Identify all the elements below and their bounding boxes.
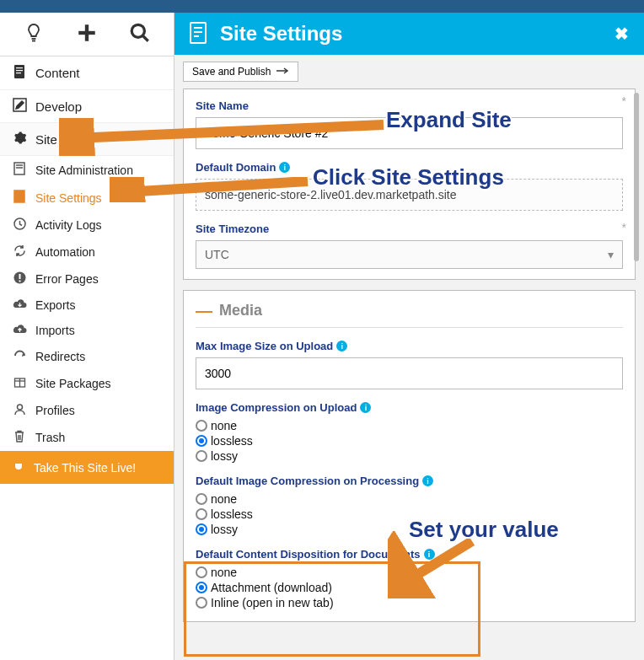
label-text: Default Image Compression on Processing <box>196 475 419 487</box>
radio-icon <box>196 435 207 447</box>
site-timezone-select[interactable]: UTC ▾ <box>196 240 623 269</box>
pencil-box-icon <box>12 98 27 115</box>
radio-label: none <box>211 566 237 579</box>
field-label-max-image-size: Max Image Size on Upload i <box>196 340 623 352</box>
svg-rect-11 <box>14 163 24 174</box>
radio-processing-lossless[interactable]: lossless <box>196 507 623 521</box>
nav-develop[interactable]: Develop <box>0 90 174 123</box>
radio-upload-none[interactable]: none <box>196 419 623 432</box>
radio-label: lossy <box>211 449 238 463</box>
radio-disposition-attachment[interactable]: Attachment (download) <box>196 581 623 594</box>
radio-icon <box>196 582 207 593</box>
radio-icon <box>196 523 207 535</box>
cloud-upload-icon <box>12 324 27 337</box>
radio-disposition-inline[interactable]: Inline (open in new tab) <box>196 596 623 609</box>
required-indicator: * <box>622 221 626 234</box>
svg-point-24 <box>17 405 22 410</box>
close-icon[interactable]: ✖ <box>614 24 629 44</box>
sidebar-item-exports[interactable]: Exports <box>0 292 174 318</box>
field-label-site-name: Site Name <box>196 99 623 112</box>
default-domain-value: some-generic-store-2.live01.dev.marketpa… <box>196 179 623 211</box>
sidebar-item-label: Site Administration <box>35 164 133 177</box>
info-icon[interactable]: i <box>360 402 371 413</box>
radio-icon <box>196 493 207 505</box>
radio-icon <box>196 450 207 462</box>
radio-icon <box>196 420 207 432</box>
info-icon[interactable]: i <box>336 341 347 351</box>
scrollbar[interactable] <box>634 93 639 261</box>
radio-label: none <box>211 419 237 432</box>
media-section-header[interactable]: — Media <box>196 301 623 328</box>
max-image-size-input[interactable] <box>196 357 623 389</box>
panel-header: Site Settings ✖ <box>174 13 644 55</box>
radio-upload-lossy[interactable]: lossy <box>196 449 623 463</box>
app-topbar <box>0 0 644 13</box>
clock-icon <box>12 217 27 233</box>
svg-rect-8 <box>16 70 23 71</box>
profile-icon <box>12 403 27 418</box>
save-button-label: Save and Publish <box>192 66 271 78</box>
radio-label: none <box>211 492 237 506</box>
radio-upload-lossless[interactable]: lossless <box>196 434 623 448</box>
label-text: Max Image Size on Upload <box>196 340 333 352</box>
radio-label: lossless <box>211 434 253 448</box>
radio-icon <box>196 508 207 520</box>
sidebar-item-site-administration[interactable]: Site Administration <box>0 156 174 184</box>
radio-processing-lossy[interactable]: lossy <box>196 523 623 536</box>
sidebar: Content Develop Site Site Administration <box>0 13 174 660</box>
redirect-icon <box>12 349 27 364</box>
package-icon <box>12 376 27 391</box>
sidebar-item-site-packages[interactable]: Site Packages <box>0 370 174 397</box>
svg-rect-7 <box>16 67 23 68</box>
lightbulb-icon[interactable] <box>7 23 60 46</box>
gear-icon <box>12 131 27 148</box>
sidebar-item-activity-logs[interactable]: Activity Logs <box>0 212 174 239</box>
svg-rect-20 <box>19 281 20 282</box>
take-site-live-button[interactable]: Take This Site Live! <box>0 451 174 484</box>
sidebar-item-automation[interactable]: Automation <box>0 239 174 266</box>
sidebar-item-label: Trash <box>35 431 65 444</box>
radio-icon <box>196 566 207 578</box>
plus-icon[interactable] <box>60 22 113 46</box>
nav-site[interactable]: Site <box>0 123 174 156</box>
cloud-download-icon <box>12 298 27 312</box>
sidebar-item-redirects[interactable]: Redirects <box>0 343 174 370</box>
nav-content[interactable]: Content <box>0 56 174 90</box>
site-name-input[interactable] <box>196 117 623 149</box>
form-content: * Site Name Default Domain i some-generi… <box>174 89 644 660</box>
collapse-icon: — <box>196 301 212 320</box>
main-panel: Site Settings ✖ Save and Publish * Site … <box>174 13 644 660</box>
field-label-image-compression-upload: Image Compression on Upload i <box>196 401 623 414</box>
sidebar-item-label: Activity Logs <box>35 218 102 232</box>
document-icon <box>12 162 27 178</box>
radio-icon <box>196 597 207 609</box>
svg-point-4 <box>132 24 145 37</box>
sidebar-item-profiles[interactable]: Profiles <box>0 397 174 424</box>
sidebar-item-label: Site Packages <box>35 377 111 390</box>
radio-processing-none[interactable]: none <box>196 492 623 506</box>
sidebar-item-error-pages[interactable]: Error Pages <box>0 266 174 292</box>
field-label-site-timezone: Site Timezone <box>196 223 623 235</box>
radio-label: lossy <box>211 523 238 536</box>
sidebar-item-label: Redirects <box>35 350 85 363</box>
info-icon[interactable]: i <box>422 475 433 486</box>
alert-icon <box>12 271 27 287</box>
section-title: Media <box>219 302 262 319</box>
save-publish-button[interactable]: Save and Publish <box>183 62 298 82</box>
sidebar-item-imports[interactable]: Imports <box>0 318 174 343</box>
info-icon[interactable]: i <box>279 162 290 173</box>
field-label-default-domain: Default Domain i <box>196 161 623 174</box>
svg-rect-3 <box>78 31 95 35</box>
sidebar-item-trash[interactable]: Trash <box>0 424 174 451</box>
plug-icon <box>12 459 25 475</box>
search-icon[interactable] <box>114 22 167 46</box>
svg-rect-19 <box>19 274 20 279</box>
sidebar-item-label: Profiles <box>35 404 75 417</box>
radio-disposition-none[interactable]: none <box>196 566 623 579</box>
sidebar-item-site-settings[interactable]: Site Settings <box>0 184 174 212</box>
nav-label: Content <box>35 66 80 80</box>
field-label-image-compression-processing: Default Image Compression on Processing … <box>196 475 623 487</box>
info-icon[interactable]: i <box>424 549 435 560</box>
label-text: Image Compression on Upload <box>196 401 357 414</box>
svg-rect-14 <box>14 190 24 202</box>
